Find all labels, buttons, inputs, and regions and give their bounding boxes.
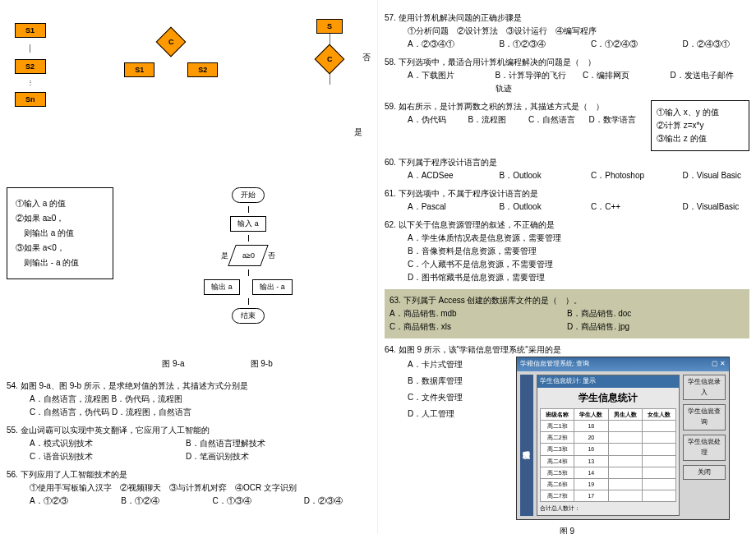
- q57-opt-c: C．①②④③: [591, 38, 658, 51]
- question-60: 60. 下列属于程序设计语言的是 A．ACDSee B．Outlook C．Ph…: [385, 156, 749, 182]
- q59-box-l1: ①输入 x、y 的值: [657, 106, 744, 119]
- q59-opt-b: B．流程图: [468, 113, 523, 127]
- q59-box-l3: ③输出 z 的值: [657, 132, 744, 145]
- q59-opt-d: D．数学语言: [589, 113, 643, 127]
- q62-opt-c: C．个人藏书不是信息资源，不需要管理: [408, 258, 572, 271]
- fig-9-label: 图 9: [385, 525, 749, 534]
- table-row: 高二2班20: [541, 432, 676, 444]
- sequence-diagram: S1 S2 ⋮ Sn: [7, 7, 54, 154]
- fc-input: 输入 a: [230, 216, 266, 232]
- q55-opt-a: A．模式识别技术: [30, 437, 161, 450]
- q60-opt-c: C．Photoshop: [591, 169, 658, 182]
- table-row: 高二4班13: [541, 455, 676, 467]
- pseudo-line-3: 则输出 a 的值: [16, 226, 104, 241]
- box-branch-s2: S2: [187, 62, 218, 77]
- diamond-loop-c: C: [315, 44, 345, 75]
- pseudo-line-5: 则输出 - a 的值: [16, 255, 104, 270]
- diamond-c: C: [156, 27, 187, 58]
- q56-opt-a: A．①②③: [30, 495, 96, 508]
- top-diagrams: S1 S2 ⋮ Sn C S1 S2 S 否 C 是: [7, 7, 371, 154]
- app-sub-title: 学生信息统计: 显示: [537, 375, 679, 388]
- th-male: 男生人数: [608, 408, 642, 420]
- q57-opt-a: A．②③④①: [408, 38, 475, 51]
- th-class: 班级名称: [541, 408, 574, 420]
- app-window: 学籍信息管理系统: 查询 ▢ ✕ 学籍信息管理系统 学生信息统计: 显示 学生信…: [516, 357, 730, 520]
- q62-opt-a: A．学生体质情况表是信息资源，需要管理: [408, 232, 572, 245]
- btn-input[interactable]: 学生信息录入: [683, 375, 726, 401]
- q55-opt-c: C．语音识别技术: [30, 450, 161, 463]
- pseudo-line-4: ③如果 a<0，: [16, 241, 104, 255]
- question-55: 55. 金山词霸可以实现中英文翻译，它应用了人工智能的 A．模式识别技术 B．自…: [7, 424, 371, 463]
- q56-opt-b: B．①②④: [121, 495, 187, 508]
- q56-sub: ①使用手写板输入汉字 ②视频聊天 ③与计算机对弈 ④OCR 文字识别: [7, 481, 371, 495]
- q54-opt-ab: A．自然语言，流程图 B．伪代码，流程图: [30, 393, 371, 406]
- table-row: 高二5班14: [541, 467, 676, 478]
- btn-close[interactable]: 关闭: [683, 465, 726, 481]
- q60-opt-d: D．Visual Basic: [683, 169, 750, 182]
- loop-diagram: S 否 C 是: [288, 7, 371, 154]
- q58-opt-b: B．计算导弹的飞行轨迹: [496, 69, 575, 95]
- fc-start: 开始: [232, 187, 265, 203]
- box-s2: S2: [15, 59, 46, 74]
- q56-opt-d: D．②③④: [304, 495, 371, 508]
- question-57: 57. 使用计算机解决问题的正确步骤是 ①分析问题 ②设计算法 ③设计运行 ④编…: [385, 12, 749, 51]
- fc-out-a: 输出 a: [204, 279, 240, 295]
- q59-algorithm-box: ①输入 x、y 的值 ②计算 z=x*y ③输出 z 的值: [651, 100, 749, 151]
- q55-opt-d: D．笔画识别技术: [186, 450, 317, 463]
- window-controls-icon[interactable]: ▢ ✕: [712, 359, 726, 370]
- q63-opt-b: B．商品销售. doc: [567, 307, 744, 320]
- flowchart-9b: 开始 输入 a 是 a≥0 否 输出 a 输出 - a 结束: [126, 187, 371, 324]
- question-59: ①输入 x、y 的值 ②计算 z=x*y ③输出 z 的值 59. 如右所示，是…: [385, 100, 749, 151]
- q60-opt-b: B．Outlook: [500, 169, 567, 182]
- q61-opt-b: B．Outlook: [500, 200, 567, 214]
- q59-box-l2: ②计算 z=x*y: [657, 119, 744, 132]
- app-sidebar: 学籍信息管理系统: [520, 375, 533, 517]
- q61-opt-a: A．Pascal: [408, 200, 475, 214]
- fig-9b-label: 图 9-b: [251, 358, 273, 370]
- box-s1: S1: [15, 23, 46, 38]
- q58-opt-d: D．发送电子邮件: [671, 69, 750, 95]
- app-heading: 学生信息统计: [540, 390, 676, 406]
- question-54: 54. 如图 9-a、图 9-b 所示，是求绝对值的算法，其描述方式分别是 A．…: [7, 380, 371, 419]
- app-titlebar: 学籍信息管理系统: 查询 ▢ ✕: [517, 357, 729, 371]
- pseudocode-box: ①输入 a 的值 ②如果 a≥0， 则输出 a 的值 ③如果 a<0， 则输出 …: [7, 187, 113, 279]
- pseudo-line-2: ②如果 a≥0，: [16, 211, 104, 226]
- th-female: 女生人数: [642, 408, 675, 420]
- table-row: 高二1班18: [541, 420, 676, 431]
- q62-opt-d: D．图书馆藏书是信息资源，需要管理: [408, 271, 572, 284]
- q61-opt-c: C．C++: [591, 200, 658, 214]
- btn-process[interactable]: 学生信息处理: [683, 435, 726, 461]
- q56-opt-c: C．①③④: [213, 495, 279, 508]
- q57-sub: ①分析问题 ②设计算法 ③设计运行 ④编写程序: [385, 25, 749, 38]
- label-no: 否: [362, 52, 371, 63]
- question-61: 61. 下列选项中，不属于程序设计语言的是 A．Pascal B．Outlook…: [385, 187, 749, 214]
- q63-opt-c: C．商品销售. xls: [390, 320, 567, 334]
- q57-opt-d: D．②④③①: [683, 38, 750, 51]
- q64-opt-c: C．文件夹管理: [408, 389, 508, 406]
- fc-out-neg-a: 输出 - a: [252, 279, 293, 295]
- th-total: 学生人数: [574, 408, 608, 420]
- pseudo-line-1: ①输入 a 的值: [16, 196, 104, 211]
- app-footer: 合计总人数计：: [540, 504, 676, 513]
- box-loop-s: S: [316, 19, 343, 34]
- fc-end: 结束: [232, 308, 265, 324]
- fc-yes: 是: [221, 251, 228, 261]
- question-56: 56. 下列应用了人工智能技术的是 ①使用手写板输入汉字 ②视频聊天 ③与计算机…: [7, 468, 371, 508]
- question-63: 63. 下列属于 Access 创建的数据库文件的是（ ）。 A．商品销售. m…: [385, 289, 749, 338]
- table-row: 高二3班16: [541, 444, 676, 455]
- q64-opt-a: A．卡片式管理: [408, 357, 508, 373]
- q62-opt-b: B．音像资料是信息资源，需要管理: [408, 245, 572, 258]
- q64-opt-b: B．数据库管理: [408, 373, 508, 389]
- q60-opt-a: A．ACDSee: [408, 169, 475, 182]
- question-64: 64. 如图 9 所示，该"学籍信息管理系统"采用的是 A．卡片式管理 B．数据…: [385, 343, 749, 534]
- q54-opt-cd: C．自然语言，伪代码 D．流程图，自然语言: [30, 406, 371, 419]
- table-row: 高二7班17: [541, 490, 676, 502]
- table-row: 高二6班19: [541, 478, 676, 490]
- q55-opt-b: B．自然语言理解技术: [186, 437, 317, 450]
- label-yes: 是: [354, 127, 362, 138]
- fc-cond: a≥0: [228, 245, 268, 266]
- q64-opt-d: D．人工管理: [408, 406, 508, 422]
- question-58: 58. 下列选项中，最适合用计算机编程解决的问题是（ ） A．下载图片 B．计算…: [385, 56, 749, 95]
- btn-query[interactable]: 学生信息查询: [683, 404, 726, 430]
- question-62: 62. 以下关于信息资源管理的叙述，不正确的是 A．学生体质情况表是信息资源，需…: [385, 219, 749, 284]
